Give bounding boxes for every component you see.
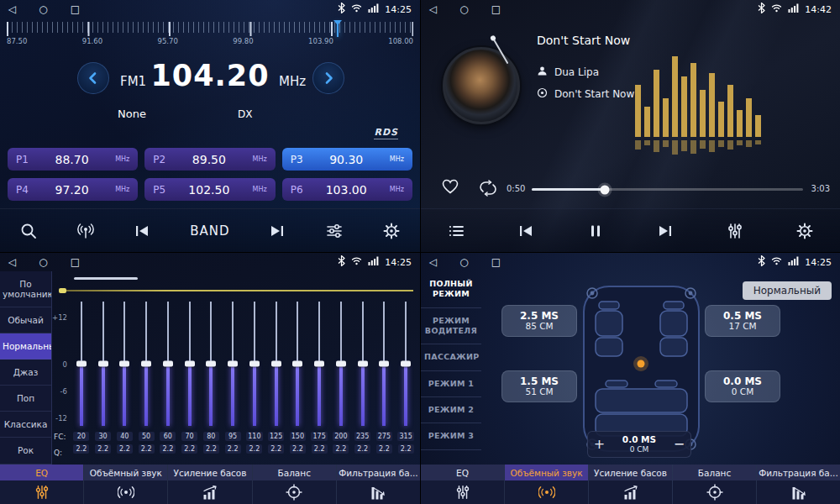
eq-preset-item-3[interactable]: Нормальный [0,333,51,360]
home-icon[interactable]: ○ [459,4,468,14]
eq-band-slider[interactable] [92,302,114,426]
progress-knob[interactable] [601,185,610,194]
next-track-button[interactable] [656,222,675,240]
eq-band-slider[interactable] [352,302,374,426]
tab-eq[interactable]: EQ [0,465,84,504]
back-icon[interactable]: ◁ [8,4,16,14]
slider-handle[interactable] [98,361,108,367]
slider-handle[interactable] [119,361,129,367]
slider-handle[interactable] [249,361,260,367]
slider-handle[interactable] [141,361,151,367]
slider-handle[interactable] [206,361,216,367]
eq-band-slider[interactable] [244,302,265,426]
recents-icon[interactable]: □ [491,4,501,14]
slider-handle[interactable] [358,361,368,367]
listening-mode-6[interactable]: РЕЖИМ 3 [421,423,481,449]
tab-filter[interactable]: Фильтрация ба... [757,465,840,504]
slider-handle[interactable] [185,361,195,367]
tune-up-button[interactable] [312,62,344,94]
eq-preset-item-4[interactable]: Джаз [0,360,51,386]
preset-p4-button[interactable]: P4 97.20 MHz [8,178,138,201]
slider-handle[interactable] [336,361,346,367]
preset-p3-button[interactable]: P3 90.30 MHz [282,148,412,171]
back-icon[interactable]: ◁ [429,257,437,267]
listening-mode-1[interactable]: ПОЛНЫЙ РЕЖИМ [421,271,481,308]
listening-mode-4[interactable]: РЕЖИМ 1 [421,371,481,397]
eq-band-slider[interactable] [222,302,244,426]
slider-handle[interactable] [163,361,173,367]
tab-balance[interactable]: Баланс [253,465,337,504]
tab-filter[interactable]: Фильтрация ба... [337,465,420,504]
progress-bar[interactable] [532,188,803,191]
frequency-scale[interactable]: 87.50 91.60 95.70 99.80 103.90 108.00 [7,21,413,50]
eq-band-slider[interactable] [395,302,417,426]
eq-band-slider[interactable] [201,302,223,426]
eq-band-slider[interactable] [179,302,201,426]
slider-handle[interactable] [76,361,87,367]
preset-p2-button[interactable]: P2 89.50 MHz [144,148,275,171]
preset-p5-button[interactable]: P5 102.50 MHz [144,178,275,201]
eq-band-slider[interactable] [374,302,396,426]
eq-preset-item-6[interactable]: Классика [0,412,51,438]
eq-preset-item-2[interactable]: Обычай [0,307,51,333]
eq-band-slider[interactable] [265,302,287,426]
eq-preset-item-1[interactable]: По умолчанию [0,271,51,307]
preset-p1-button[interactable]: P1 88.70 MHz [8,148,138,171]
pause-button[interactable] [586,222,605,240]
recents-icon[interactable]: □ [71,4,80,14]
eq-band-slider[interactable] [330,302,352,426]
front-left-delay-button[interactable]: 2.5 MS 85 CM [501,305,577,337]
preset-p6-button[interactable]: P6 103.00 MHz [282,178,412,201]
band-button[interactable]: BAND [190,223,229,239]
rear-left-delay-button[interactable]: 1.5 MS 51 CM [501,370,577,402]
horizontal-scrollbar[interactable] [74,277,138,280]
eq-preset-item-5[interactable]: Поп [0,386,51,412]
listening-mode-2[interactable]: РЕЖИМ ВОДИТЕЛЯ [421,308,481,345]
home-icon[interactable]: ○ [39,257,47,267]
tune-down-button[interactable] [77,62,109,94]
eq-preset-item-7[interactable]: Рок [0,438,51,464]
listening-mode-3[interactable]: ПАССАЖИР [421,344,481,370]
slider-handle[interactable] [228,361,238,367]
tab-surround-sound[interactable]: Объёмный звук [84,465,168,504]
front-right-delay-button[interactable]: 0.5 MS 17 CM [705,305,780,337]
eq-band-slider[interactable] [114,302,136,426]
broadcast-antenna-button[interactable] [76,222,95,240]
increase-delay-button[interactable]: + [588,438,611,451]
tab-eq[interactable]: EQ [421,465,505,504]
tab-bass-boost[interactable]: Усиление басов [589,465,673,504]
eq-band-slider[interactable] [71,302,92,426]
slider-handle[interactable] [271,361,281,367]
settings-gear-button[interactable] [382,222,401,240]
repeat-button[interactable] [478,180,498,200]
previous-station-button[interactable] [133,222,151,240]
next-station-button[interactable] [268,222,286,240]
recents-icon[interactable]: □ [491,257,501,267]
favorite-heart-button[interactable] [441,178,459,198]
tab-surround-sound[interactable]: Объёмный звук [505,465,589,504]
back-icon[interactable]: ◁ [429,4,437,14]
eq-band-slider[interactable] [308,302,330,426]
back-icon[interactable]: ◁ [8,257,16,267]
slider-handle[interactable] [292,361,302,367]
eq-band-slider[interactable] [287,302,309,426]
master-level-slider[interactable] [59,290,413,291]
recents-icon[interactable]: □ [71,257,80,267]
slider-handle[interactable] [314,361,324,367]
settings-gear-button[interactable] [795,222,814,240]
decrease-delay-button[interactable]: − [668,438,690,451]
sound-profile-button[interactable]: Нормальный [743,281,832,300]
rear-right-delay-button[interactable]: 0.0 MS 0 CM [705,370,780,402]
slider-handle[interactable] [379,361,389,367]
master-level-knob[interactable] [59,288,66,293]
tab-bass-boost[interactable]: Усиление басов [168,465,252,504]
home-icon[interactable]: ○ [459,257,468,267]
previous-track-button[interactable] [517,222,535,240]
slider-handle[interactable] [401,361,411,367]
equalizer-mixer-button[interactable] [726,222,744,240]
playlist-button[interactable] [447,222,465,240]
eq-band-slider[interactable] [135,302,157,426]
scan-search-button[interactable] [19,222,38,240]
listening-mode-5[interactable]: РЕЖИМ 2 [421,397,481,423]
dx-mode-label[interactable]: DX [238,108,252,120]
